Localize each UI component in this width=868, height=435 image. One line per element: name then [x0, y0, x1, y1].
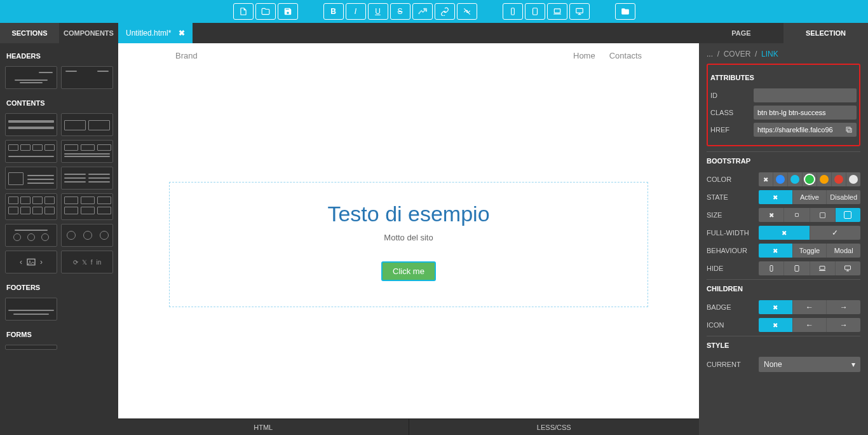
footer-thumb-1[interactable] — [5, 298, 57, 321]
italic-button[interactable]: I — [346, 3, 366, 20]
tab-page[interactable]: PAGE — [699, 23, 783, 43]
content-thumb-6[interactable] — [61, 167, 113, 190]
close-icon — [782, 229, 787, 237]
file-tab[interactable]: Untitled.html* ✖ — [118, 23, 193, 43]
tab-components[interactable]: COMPONENTS — [59, 23, 118, 43]
state-disabled-button[interactable]: Disabled — [827, 190, 860, 204]
content-thumb-9[interactable] — [5, 224, 57, 247]
fullwidth-on-button[interactable] — [810, 226, 861, 240]
content-thumb-social[interactable]: ⟳𝕏fin — [61, 251, 113, 273]
preview-jumbotron[interactable]: Testo di esempio Motto del sito Click me — [169, 182, 648, 307]
color-swatch-0[interactable] — [759, 172, 773, 186]
fullwidth-off-button[interactable] — [759, 226, 810, 240]
chevron-left-icon: ‹ — [20, 258, 22, 266]
preview-nav-contacts[interactable]: Contacts — [609, 51, 642, 60]
size-none-button[interactable] — [759, 208, 784, 222]
color-swatch-2[interactable] — [788, 172, 803, 186]
hide-tablet-button[interactable] — [784, 261, 810, 275]
preview-title[interactable]: Testo di esempio — [182, 202, 635, 226]
content-thumb-7[interactable] — [5, 193, 57, 220]
badge-right-button[interactable] — [827, 300, 860, 314]
content-thumb-carousel[interactable]: ‹› — [5, 251, 57, 273]
content-thumb-8[interactable] — [61, 193, 113, 220]
icon-none-button[interactable] — [759, 318, 793, 332]
color-swatch-4[interactable] — [817, 172, 832, 186]
hide-desktop-button[interactable] — [836, 261, 860, 275]
breadcrumb-link[interactable]: LINK — [761, 50, 778, 59]
content-thumb-3[interactable] — [5, 140, 57, 163]
form-thumb-1[interactable] — [5, 345, 57, 350]
breadcrumb-dots[interactable]: ... — [707, 50, 713, 59]
arrow-left-icon — [806, 321, 813, 329]
link-button[interactable] — [435, 3, 455, 20]
state-active-button[interactable]: Active — [793, 190, 827, 204]
strike-button[interactable]: S — [390, 3, 410, 20]
badge-left-button[interactable] — [793, 300, 827, 314]
phone-view-button[interactable] — [503, 3, 523, 20]
tablet-view-button[interactable] — [525, 3, 545, 20]
desktop-icon — [844, 265, 851, 272]
preview-brand[interactable]: Brand — [175, 51, 198, 60]
bottom-tab-html[interactable]: HTML — [118, 419, 409, 435]
size-md-button[interactable] — [810, 208, 836, 222]
content-thumb-1[interactable] — [5, 113, 57, 136]
laptop-view-button[interactable] — [547, 3, 567, 20]
behaviour-none-button[interactable] — [759, 244, 793, 258]
preview-cta-button[interactable]: Click me — [381, 261, 436, 281]
arrow-right-icon — [840, 303, 848, 312]
state-none-button[interactable] — [759, 190, 793, 204]
color-swatch-6[interactable] — [846, 172, 860, 186]
folder-button[interactable] — [615, 3, 635, 20]
svg-rect-10 — [820, 266, 825, 270]
hide-laptop-button[interactable] — [810, 261, 836, 275]
content-thumb-4[interactable] — [61, 140, 113, 163]
open-file-button[interactable] — [255, 3, 276, 20]
hide-phone-button[interactable] — [759, 261, 784, 275]
canvas-stage[interactable]: Brand Home Contacts Testo di esempio Mot… — [118, 43, 699, 418]
attr-id-input[interactable] — [754, 88, 857, 102]
breadcrumb-cover[interactable]: COVER — [724, 50, 751, 59]
color-swatch-3[interactable] — [803, 172, 817, 186]
behaviour-toggle-button[interactable]: Toggle — [793, 244, 827, 258]
new-file-button[interactable] — [233, 3, 254, 20]
content-thumb-5[interactable] — [5, 167, 57, 190]
behaviour-label: BEHAVIOUR — [707, 247, 754, 254]
canvas-area: Brand Home Contacts Testo di esempio Mot… — [118, 43, 699, 435]
file-tab-close-icon[interactable]: ✖ — [179, 29, 185, 38]
icon-left-button[interactable] — [793, 318, 827, 332]
size-sm-button[interactable] — [784, 208, 810, 222]
header-thumb-1[interactable] — [5, 66, 57, 89]
preview-nav-home[interactable]: Home — [573, 51, 595, 60]
color-swatch-5[interactable] — [832, 172, 846, 186]
color-swatch-1[interactable] — [773, 172, 788, 186]
icon-right-button[interactable] — [827, 318, 860, 332]
arrow-right-icon — [840, 321, 848, 329]
underline-button[interactable]: U — [368, 3, 388, 20]
linkedin-icon: in — [96, 259, 101, 266]
unlink-button[interactable] — [457, 3, 477, 20]
tab-sections[interactable]: SECTIONS — [0, 23, 59, 43]
clear-format-button[interactable] — [412, 3, 433, 20]
copy-icon[interactable] — [845, 126, 853, 134]
current-style-select[interactable]: None ▾ — [759, 357, 860, 372]
attr-href-input[interactable]: https://sharekfile.falco96 — [754, 123, 857, 137]
content-thumb-2[interactable] — [61, 113, 113, 136]
color-label: COLOR — [707, 176, 754, 183]
header-thumb-2[interactable] — [61, 66, 113, 89]
svg-rect-6 — [848, 128, 851, 132]
save-file-button[interactable] — [278, 3, 298, 20]
bottom-tab-lesscss[interactable]: LESS/CSS — [409, 419, 700, 435]
preview-subtitle[interactable]: Motto del sito — [182, 233, 635, 242]
badge-label: BADGE — [707, 303, 754, 311]
bold-button[interactable]: B — [323, 3, 344, 20]
desktop-view-button[interactable] — [569, 3, 590, 20]
tab-selection[interactable]: SELECTION — [783, 23, 868, 43]
content-thumb-10[interactable] — [61, 224, 113, 247]
size-lg-button[interactable] — [836, 208, 860, 222]
left-panel: HEADERS CONTENTS ‹› ⟳𝕏fin FOOTERS FORMS — [0, 43, 118, 435]
color-dot-icon — [820, 175, 829, 184]
tab-bar: SECTIONS COMPONENTS Untitled.html* ✖ PAG… — [0, 23, 868, 43]
behaviour-modal-button[interactable]: Modal — [827, 244, 860, 258]
attr-class-input[interactable]: btn btn-lg btn-success — [754, 106, 857, 120]
badge-none-button[interactable] — [759, 300, 793, 314]
